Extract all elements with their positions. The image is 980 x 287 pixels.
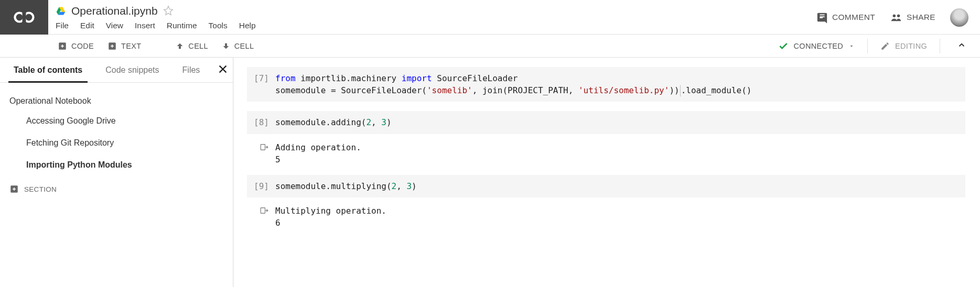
code-input[interactable]: [7]from importlib.machinery import Sourc… <box>247 67 965 102</box>
svg-point-4 <box>897 15 900 18</box>
code-content[interactable]: somemodule.multiplying(2, 3) <box>275 180 417 192</box>
svg-rect-8 <box>261 144 265 150</box>
svg-rect-9 <box>261 208 265 214</box>
menu-help[interactable]: Help <box>239 21 256 30</box>
execution-count: [9] <box>247 180 275 192</box>
collapse-header-button[interactable] <box>953 40 971 51</box>
arrow-down-icon <box>222 42 230 50</box>
star-icon[interactable] <box>163 5 174 17</box>
execution-count: [8] <box>247 116 275 128</box>
tab-files[interactable]: Files <box>177 58 206 82</box>
notebook-cell: [7]from importlib.machinery import Sourc… <box>247 67 965 102</box>
comment-button[interactable]: COMMENT <box>816 12 875 23</box>
output-indicator-icon <box>247 141 275 165</box>
editing-mode[interactable]: EDITING <box>880 41 927 51</box>
chevron-up-icon <box>957 40 966 50</box>
add-text-button[interactable]: TEXT <box>103 41 145 51</box>
colab-logo-icon <box>13 10 36 25</box>
cell-down-button[interactable]: CELL <box>218 42 258 50</box>
text-cursor <box>680 85 681 96</box>
menu-file[interactable]: File <box>56 21 69 30</box>
share-label: SHARE <box>907 13 935 22</box>
plus-box-icon <box>9 184 19 194</box>
code-content[interactable]: from importlib.machinery import SourceFi… <box>275 72 752 96</box>
output-indicator-icon <box>247 205 275 229</box>
close-icon <box>217 63 229 75</box>
cell-up-label: CELL <box>188 42 208 50</box>
title-area: Operational.ipynb File Edit View Insert … <box>48 0 816 30</box>
user-avatar[interactable] <box>950 8 968 27</box>
add-section-label: SECTION <box>24 185 57 193</box>
toolbar: CODE TEXT CELL CELL CONNECTED EDITING <box>0 35 980 58</box>
svg-point-3 <box>893 15 896 18</box>
toc-item[interactable]: Accessing Google Drive <box>9 110 223 132</box>
notebook-cell: [8]somemodule.adding(2, 3)Adding operati… <box>247 111 965 165</box>
caret-down-icon <box>848 43 855 49</box>
output-text: Multiplying operation. 6 <box>275 205 386 229</box>
notebook-cell: [9]somemodule.multiplying(2, 3)Multiplyi… <box>247 175 965 229</box>
cell-up-button[interactable]: CELL <box>171 42 212 50</box>
toolbar-divider <box>940 39 940 53</box>
main-body: Table of contents Code snippets Files Op… <box>0 58 980 287</box>
header-actions: COMMENT SHARE <box>816 0 980 35</box>
menu-runtime[interactable]: Runtime <box>167 21 197 30</box>
comment-icon <box>816 12 828 23</box>
notebook-title[interactable]: Operational.ipynb <box>71 5 158 17</box>
menu-edit[interactable]: Edit <box>80 21 94 30</box>
add-code-label: CODE <box>71 42 94 50</box>
output-text: Adding operation. 5 <box>275 141 361 165</box>
menu-bar: File Edit View Insert Runtime Tools Help <box>56 19 816 30</box>
tab-toc[interactable]: Table of contents <box>8 58 88 82</box>
cell-down-label: CELL <box>234 42 254 50</box>
pencil-icon <box>880 41 890 51</box>
add-text-label: TEXT <box>121 42 141 50</box>
add-code-button[interactable]: CODE <box>53 41 98 51</box>
toc-item[interactable]: Fetching Git Repository <box>9 132 223 154</box>
menu-view[interactable]: View <box>106 21 123 30</box>
editing-label: EDITING <box>895 42 927 50</box>
app-header: Operational.ipynb File Edit View Insert … <box>0 0 980 35</box>
toolbar-divider <box>867 39 868 53</box>
code-input[interactable]: [8]somemodule.adding(2, 3) <box>247 111 965 134</box>
sidebar: Table of contents Code snippets Files Op… <box>0 58 233 287</box>
tab-snippets[interactable]: Code snippets <box>100 58 164 82</box>
share-icon <box>890 12 902 23</box>
code-content[interactable]: somemodule.adding(2, 3) <box>275 116 392 128</box>
colab-logo[interactable] <box>0 0 48 35</box>
notebook-area[interactable]: [7]from importlib.machinery import Sourc… <box>238 58 980 287</box>
plus-box-icon <box>58 41 67 51</box>
toc-heading[interactable]: Operational Notebook <box>9 92 223 110</box>
arrow-up-icon <box>176 42 184 50</box>
menu-insert[interactable]: Insert <box>135 21 155 30</box>
check-icon <box>778 41 789 51</box>
code-input[interactable]: [9]somemodule.multiplying(2, 3) <box>247 175 965 197</box>
svg-rect-2 <box>23 13 26 22</box>
execution-count: [7] <box>247 72 275 96</box>
share-button[interactable]: SHARE <box>890 12 935 23</box>
toc-item[interactable]: Importing Python Modules <box>9 154 223 176</box>
google-drive-icon <box>56 6 66 16</box>
cell-output: Adding operation. 5 <box>247 134 965 165</box>
cell-output: Multiplying operation. 6 <box>247 197 965 229</box>
connection-status[interactable]: CONNECTED <box>778 41 855 51</box>
add-section-button[interactable]: SECTION <box>0 176 233 202</box>
comment-label: COMMENT <box>832 13 875 22</box>
connection-label: CONNECTED <box>794 42 844 50</box>
close-sidebar-button[interactable] <box>217 63 229 76</box>
sidebar-tabs: Table of contents Code snippets Files <box>0 58 233 83</box>
menu-tools[interactable]: Tools <box>209 21 228 30</box>
plus-box-icon <box>107 41 117 51</box>
toc-list: Operational Notebook Accessing Google Dr… <box>0 83 233 176</box>
